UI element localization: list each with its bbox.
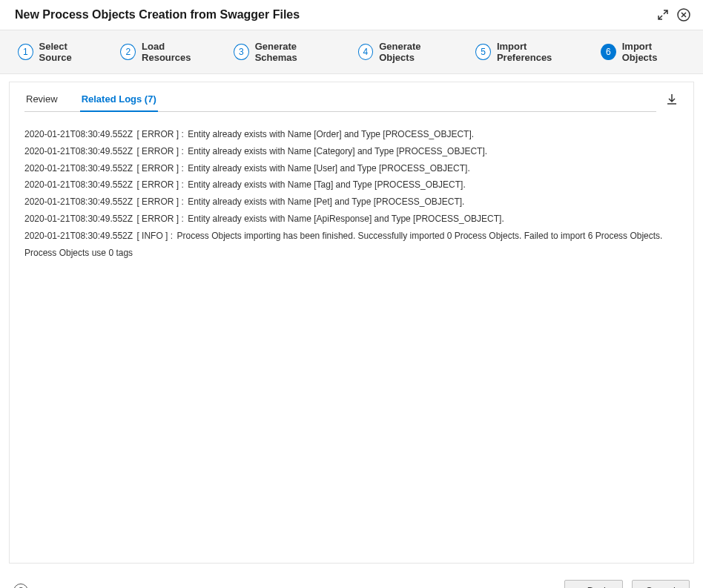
log-level: [ ERROR ] : — [136, 129, 183, 139]
step-generate-objects[interactable]: 4 Generate Objects — [358, 41, 454, 63]
log-timestamp: 2020-01-21T08:30:49.552Z — [24, 214, 133, 224]
log-level: [ ERROR ] : — [136, 214, 183, 224]
step-number: 5 — [475, 44, 491, 60]
step-number: 1 — [18, 44, 33, 60]
tab-related-logs[interactable]: Related Logs (7) — [80, 93, 158, 112]
log-line: 2020-01-21T08:30:49.552Z [ ERROR ] : Ent… — [24, 211, 679, 228]
tabs-row: Review Related Logs (7) — [10, 82, 693, 113]
step-number: 2 — [120, 44, 136, 60]
log-message: Entity already exists with Name [User] a… — [188, 163, 470, 174]
log-timestamp: 2020-01-21T08:30:49.552Z — [24, 146, 133, 156]
log-timestamp: 2020-01-21T08:30:49.552Z — [24, 179, 133, 190]
dialog-footer: ? < Back Cancel — [0, 571, 703, 588]
log-line: 2020-01-21T08:30:49.552Z [ ERROR ] : Ent… — [24, 160, 679, 177]
header-controls — [656, 7, 691, 22]
log-level: [ ERROR ] : — [136, 179, 183, 190]
content-panel: Review Related Logs (7) 2020-01-21T08:30… — [9, 82, 694, 564]
cancel-button[interactable]: Cancel — [632, 580, 690, 588]
step-label: Generate Schemas — [255, 41, 336, 63]
download-icon[interactable] — [665, 93, 679, 113]
log-line: 2020-01-21T08:30:49.552Z [ ERROR ] : Ent… — [24, 194, 679, 211]
expand-icon[interactable] — [656, 7, 670, 22]
dialog-header: New Process Objects Creation from Swagge… — [0, 0, 703, 30]
footer-actions: < Back Cancel — [564, 580, 690, 588]
log-level: [ INFO ] : — [136, 231, 173, 241]
step-label: Select Source — [39, 41, 99, 63]
log-message: Entity already exists with Name [Pet] an… — [188, 196, 464, 207]
step-label: Import Objects — [622, 41, 685, 63]
step-import-objects[interactable]: 6 Import Objects — [601, 41, 685, 63]
log-line: 2020-01-21T08:30:49.552Z [ ERROR ] : Ent… — [24, 176, 679, 194]
log-message: Entity already exists with Name [Categor… — [188, 146, 487, 156]
log-line: 2020-01-21T08:30:49.552Z [ INFO ] : Proc… — [24, 228, 679, 262]
step-load-resources[interactable]: 2 Load Resources — [120, 41, 211, 63]
log-timestamp: 2020-01-21T08:30:49.552Z — [24, 129, 133, 139]
log-level: [ ERROR ] : — [136, 196, 183, 207]
logs-container: 2020-01-21T08:30:49.552Z [ ERROR ] : Ent… — [10, 113, 693, 563]
step-label: Generate Objects — [379, 41, 453, 63]
step-import-preferences[interactable]: 5 Import Preferences — [475, 41, 578, 63]
back-button[interactable]: < Back — [564, 580, 622, 588]
log-timestamp: 2020-01-21T08:30:49.552Z — [24, 163, 133, 174]
log-level: [ ERROR ] : — [136, 146, 183, 156]
log-line: 2020-01-21T08:30:49.552Z [ ERROR ] : Ent… — [24, 143, 679, 160]
close-icon[interactable] — [676, 7, 691, 22]
wizard-steps: 1 Select Source 2 Load Resources 3 Gener… — [0, 30, 703, 74]
log-message: Entity already exists with Name [ApiResp… — [188, 214, 504, 224]
log-timestamp: 2020-01-21T08:30:49.552Z — [24, 231, 133, 241]
step-select-source[interactable]: 1 Select Source — [18, 41, 98, 63]
log-message: Entity already exists with Name [Order] … — [188, 129, 474, 139]
tab-review[interactable]: Review — [24, 93, 59, 112]
step-number: 4 — [358, 44, 374, 60]
log-level: [ ERROR ] : — [136, 163, 183, 174]
step-number: 6 — [601, 44, 616, 60]
step-generate-schemas[interactable]: 3 Generate Schemas — [234, 41, 336, 63]
help-icon[interactable]: ? — [13, 584, 28, 589]
log-timestamp: 2020-01-21T08:30:49.552Z — [24, 196, 133, 207]
step-label: Load Resources — [142, 41, 211, 63]
dialog-title: New Process Objects Creation from Swagge… — [15, 8, 300, 22]
log-line: 2020-01-21T08:30:49.552Z [ ERROR ] : Ent… — [24, 126, 679, 143]
step-label: Import Preferences — [497, 41, 578, 63]
step-number: 3 — [234, 44, 249, 60]
tabs: Review Related Logs (7) — [24, 93, 656, 112]
log-message: Entity already exists with Name [Tag] an… — [188, 179, 466, 190]
